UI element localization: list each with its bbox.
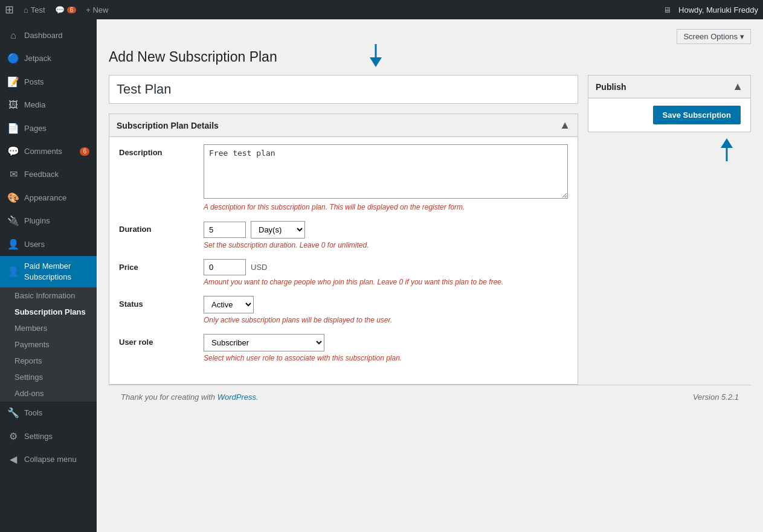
sidebar: ⌂ Dashboard 🔵 Jetpack 📝 Posts 🖼 Media 📄 … (0, 19, 97, 532)
publish-metabox: Publish ▲ Save Subscription (588, 75, 751, 132)
title-section: Add New Subscription Plan (109, 49, 751, 65)
footer-text: Thank you for creating with WordPress. (121, 393, 259, 402)
price-hint: Amount you want to charge people who joi… (204, 278, 568, 286)
settings-icon: ⚙ (7, 430, 19, 443)
appearance-icon: 🎨 (7, 191, 19, 205)
sidebar-item-label: Jetpack (24, 53, 89, 64)
svg-marker-3 (721, 138, 733, 148)
sidebar-item-appearance[interactable]: 🎨 Appearance (0, 187, 97, 210)
dashboard-icon: ⌂ (7, 29, 19, 42)
page-title: Add New Subscription Plan (109, 49, 751, 65)
description-field: Free test plan A description for this su… (204, 144, 568, 211)
publish-toggle-button[interactable]: ▲ (732, 80, 743, 93)
submenu-basic-info[interactable]: Basic Information (0, 287, 97, 304)
duration-field: Day(s) Month(s) Year(s) Set the subscrip… (204, 221, 568, 249)
adminbar-comments[interactable]: 💬 6 (55, 5, 77, 14)
sidebar-item-tools[interactable]: 🔧 Tools (0, 402, 97, 425)
sidebar-item-paid-member[interactable]: 👤 Paid Member Subscriptions (0, 256, 97, 287)
wordpress-link[interactable]: WordPress (217, 393, 256, 402)
submenu-reports[interactable]: Reports (0, 353, 97, 369)
user-role-row: User role Subscriber Administrator Edito… (119, 334, 568, 362)
sidebar-item-dashboard[interactable]: ⌂ Dashboard (0, 24, 97, 47)
metabox-title: Subscription Plan Details (117, 121, 219, 130)
footer-version: Version 5.2.1 (693, 393, 739, 402)
content-main: Subscription Plan Details ▲ Description … (109, 75, 578, 385)
comments-badge: 6 (80, 147, 89, 156)
sidebar-item-label: Pages (24, 123, 89, 134)
status-select[interactable]: Active Inactive (204, 296, 254, 313)
svg-marker-1 (370, 57, 382, 67)
submenu-members[interactable]: Members (0, 320, 97, 336)
duration-unit-select[interactable]: Day(s) Month(s) Year(s) (251, 221, 305, 239)
paid-member-submenu: Basic Information Subscription Plans Mem… (0, 287, 97, 402)
sidebar-item-label: Dashboard (24, 30, 89, 41)
posts-icon: 📝 (7, 75, 19, 89)
user-role-label: User role (119, 334, 192, 347)
description-textarea[interactable]: Free test plan (204, 144, 568, 199)
duration-label: Duration (119, 221, 192, 234)
description-row: Description Free test plan A description… (119, 144, 568, 211)
submenu-payments[interactable]: Payments (0, 336, 97, 353)
pages-icon: 📄 (7, 122, 19, 135)
submenu-add-ons[interactable]: Add-ons (0, 385, 97, 402)
tools-icon: 🔧 (7, 406, 19, 420)
adminbar-new[interactable]: + New (86, 5, 108, 14)
users-icon: 👤 (7, 238, 19, 251)
save-subscription-button[interactable]: Save Subscription (653, 106, 741, 124)
sidebar-item-settings[interactable]: ⚙ Settings (0, 425, 97, 448)
adminbar-site[interactable]: ⌂ Test (24, 5, 45, 14)
price-row: Price USD Amount you want to charge peop… (119, 259, 568, 286)
status-hint: Only active subscription plans will be d… (204, 316, 568, 324)
sidebar-item-label: Media (24, 100, 89, 111)
sidebar-item-pages[interactable]: 📄 Pages (0, 117, 97, 140)
sidebar-item-posts[interactable]: 📝 Posts (0, 71, 97, 94)
user-role-field: Subscriber Administrator Editor Author C… (204, 334, 568, 362)
publish-section: Publish ▲ Save Subscription (588, 75, 751, 161)
sidebar-item-jetpack[interactable]: 🔵 Jetpack (0, 47, 97, 70)
comment-icon: 💬 (55, 5, 65, 14)
publish-sidebar: Publish ▲ Save Subscription (588, 75, 751, 161)
sidebar-item-label: Appearance (24, 193, 89, 204)
sidebar-item-comments[interactable]: 💬 Comments 6 (0, 140, 97, 163)
wp-logo-icon[interactable]: ⊞ (5, 3, 14, 16)
status-field: Active Inactive Only active subscription… (204, 296, 568, 324)
admin-bar: ⊞ ⌂ Test 💬 6 + New 🖥 Howdy, Muriuki Fred… (0, 0, 763, 19)
publish-title: Publish (596, 82, 626, 92)
plan-name-input[interactable] (109, 75, 578, 104)
sidebar-item-feedback[interactable]: ✉ Feedback (0, 163, 97, 186)
submenu-subscription-plans[interactable]: Subscription Plans (0, 304, 97, 320)
up-arrow-indicator (588, 137, 751, 161)
user-role-select[interactable]: Subscriber Administrator Editor Author C… (204, 334, 324, 351)
sidebar-item-label: Tools (24, 408, 89, 418)
submenu-settings[interactable]: Settings (0, 369, 97, 385)
metabox-toggle-button[interactable]: ▲ (559, 119, 570, 132)
screen-options-button[interactable]: Screen Options ▾ (677, 29, 751, 44)
sidebar-item-users[interactable]: 👤 Users (0, 233, 97, 256)
metabox-header: Subscription Plan Details ▲ (109, 114, 578, 137)
status-row: Status Active Inactive Only active subsc… (119, 296, 568, 324)
collapse-icon: ◀ (7, 453, 19, 466)
content-columns: Subscription Plan Details ▲ Description … (109, 75, 751, 385)
comments-icon: 💬 (7, 145, 19, 158)
sidebar-item-label: Comments (24, 146, 75, 157)
price-input[interactable] (204, 259, 246, 275)
sidebar-item-collapse[interactable]: ◀ Collapse menu (0, 448, 97, 471)
sidebar-item-label: Users (24, 239, 89, 250)
price-currency: USD (251, 263, 267, 272)
feedback-icon: ✉ (7, 168, 19, 181)
sidebar-item-media[interactable]: 🖼 Media (0, 94, 97, 117)
sidebar-item-plugins[interactable]: 🔌 Plugins (0, 210, 97, 232)
publish-body: Save Subscription (588, 98, 750, 132)
duration-hint: Set the subscription duration. Leave 0 f… (204, 241, 568, 249)
publish-header: Publish ▲ (588, 75, 750, 98)
sidebar-item-label: Collapse menu (24, 454, 89, 465)
sidebar-item-label: Paid Member Subscriptions (24, 261, 89, 283)
subscription-details-metabox: Subscription Plan Details ▲ Description … (109, 114, 578, 385)
home-icon: ⌂ (24, 5, 28, 14)
duration-input[interactable] (204, 222, 246, 238)
chevron-down-icon: ▾ (740, 32, 744, 41)
media-icon: 🖼 (7, 98, 19, 112)
footer: Thank you for creating with WordPress. V… (109, 385, 751, 409)
sidebar-item-label: Feedback (24, 169, 89, 180)
paid-member-icon: 👤 (7, 265, 19, 278)
